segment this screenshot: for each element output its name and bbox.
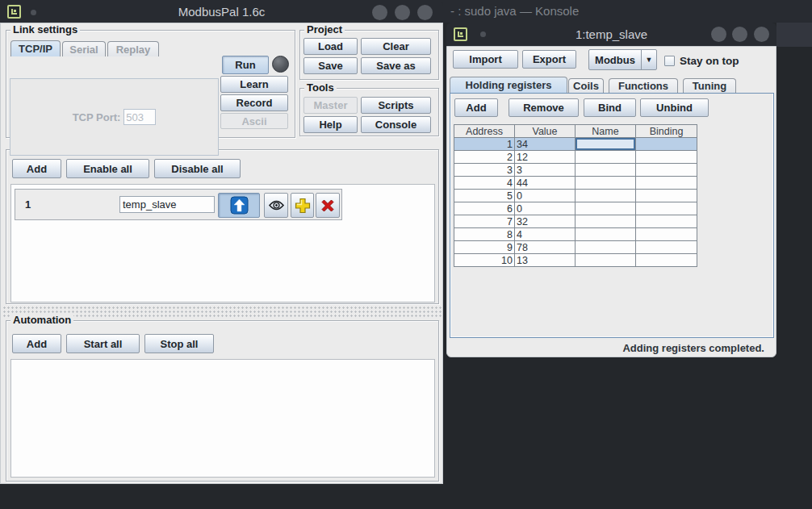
run-button[interactable]: Run <box>222 56 269 74</box>
cell-binding[interactable] <box>636 241 697 254</box>
table-row[interactable]: 1013 <box>454 254 697 267</box>
save-button[interactable]: Save <box>303 57 358 74</box>
tab-coils[interactable]: Coils <box>568 78 604 93</box>
tab-functions[interactable]: Functions <box>609 78 678 93</box>
slave-name-input[interactable] <box>119 196 215 213</box>
chevron-down-icon[interactable]: ▼ <box>641 50 656 69</box>
cell-name[interactable] <box>576 190 636 202</box>
cell-binding[interactable] <box>636 151 697 164</box>
table-row[interactable]: 212 <box>454 151 697 164</box>
window-button-maximize[interactable] <box>732 27 747 42</box>
learn-button[interactable]: Learn <box>220 76 288 93</box>
automation-add-button[interactable]: Add <box>12 334 61 353</box>
cell-value[interactable]: 0 <box>515 202 576 215</box>
protocol-select[interactable]: Modbus ▼ <box>588 49 657 70</box>
cell-binding[interactable] <box>636 164 697 177</box>
cell-name[interactable] <box>576 151 636 164</box>
cell-binding[interactable] <box>636 215 697 228</box>
cell-address[interactable]: 3 <box>454 164 515 177</box>
cell-name[interactable] <box>576 254 636 267</box>
export-button[interactable]: Export <box>522 50 576 69</box>
window-button-close[interactable] <box>754 27 769 42</box>
column-header-value[interactable]: Value <box>515 125 576 138</box>
cell-address[interactable]: 8 <box>454 228 515 241</box>
cell-name[interactable] <box>576 202 636 215</box>
window-button-minimize[interactable] <box>372 5 387 20</box>
cell-value[interactable]: 78 <box>515 241 576 254</box>
cell-address[interactable]: 5 <box>454 190 515 202</box>
cell-binding[interactable] <box>636 228 697 241</box>
cell-name[interactable] <box>576 138 636 151</box>
cell-binding[interactable] <box>636 190 697 202</box>
cell-name[interactable] <box>576 241 636 254</box>
table-row[interactable]: 444 <box>454 177 697 190</box>
cell-value[interactable]: 44 <box>515 177 576 190</box>
cell-name[interactable] <box>576 228 636 241</box>
cell-address[interactable]: 2 <box>454 151 515 164</box>
table-row[interactable]: 978 <box>454 241 697 254</box>
cell-value[interactable]: 4 <box>515 228 576 241</box>
clear-button[interactable]: Clear <box>361 38 431 55</box>
start-all-button[interactable]: Start all <box>66 334 140 353</box>
tab-tuning[interactable]: Tuning <box>683 78 736 93</box>
tab-holding-registers[interactable]: Holding registers <box>450 77 567 93</box>
cell-address[interactable]: 1 <box>454 138 515 151</box>
record-button[interactable]: Record <box>220 94 288 111</box>
register-add-button[interactable]: Add <box>454 98 498 117</box>
tab-serial[interactable]: Serial <box>62 41 106 56</box>
stay-on-top-checkbox[interactable] <box>664 56 675 66</box>
cell-address[interactable]: 6 <box>454 202 515 215</box>
master-button[interactable]: Master <box>303 97 358 114</box>
modbuspal-titlebar[interactable]: ModbusPal 1.6c <box>0 2 443 23</box>
column-header-address[interactable]: Address <box>454 125 515 138</box>
table-row[interactable]: 84 <box>454 228 697 241</box>
register-unbind-button[interactable]: Unbind <box>640 98 709 117</box>
cell-value[interactable]: 0 <box>515 190 576 202</box>
cell-value[interactable]: 12 <box>515 151 576 164</box>
table-row[interactable]: 732 <box>454 215 697 228</box>
cell-address[interactable]: 10 <box>454 254 515 267</box>
cell-name[interactable] <box>576 215 636 228</box>
cell-binding[interactable] <box>636 138 697 151</box>
cell-binding[interactable] <box>636 254 697 267</box>
cell-address[interactable]: 4 <box>454 177 515 190</box>
slave-duplicate-button[interactable] <box>291 193 314 218</box>
cell-address[interactable]: 9 <box>454 241 515 254</box>
window-button-close[interactable] <box>417 5 433 20</box>
column-header-name[interactable]: Name <box>576 125 636 138</box>
column-header-binding[interactable]: Binding <box>636 125 697 138</box>
disable-all-button[interactable]: Disable all <box>154 159 241 178</box>
save-as-button[interactable]: Save as <box>361 57 431 74</box>
tcp-port-input[interactable] <box>123 109 156 125</box>
cell-value[interactable]: 34 <box>515 138 576 151</box>
enable-all-button[interactable]: Enable all <box>66 159 149 178</box>
slaves-add-button[interactable]: Add <box>12 159 61 178</box>
table-row[interactable]: 60 <box>454 202 697 215</box>
help-button[interactable]: Help <box>303 116 358 133</box>
register-remove-button[interactable]: Remove <box>509 98 579 117</box>
table-row[interactable]: 50 <box>454 190 697 202</box>
cell-name[interactable] <box>576 164 636 177</box>
window-button-minimize[interactable] <box>711 27 726 42</box>
console-button[interactable]: Console <box>361 116 431 133</box>
slave-delete-button[interactable] <box>316 193 340 218</box>
cell-binding[interactable] <box>636 177 697 190</box>
tab-tcpip[interactable]: TCP/IP <box>10 40 61 56</box>
slave-enable-toggle-button[interactable] <box>218 193 260 218</box>
ascii-button[interactable]: Ascii <box>220 113 288 129</box>
cell-name[interactable] <box>576 177 636 190</box>
table-row[interactable]: 33 <box>454 164 697 177</box>
slave-row[interactable]: 1 <box>15 189 342 220</box>
cell-value[interactable]: 3 <box>515 164 576 177</box>
scripts-button[interactable]: Scripts <box>361 97 431 114</box>
register-bind-button[interactable]: Bind <box>584 98 636 117</box>
import-button[interactable]: Import <box>453 50 518 69</box>
cell-address[interactable]: 7 <box>454 215 515 228</box>
table-row[interactable]: 134 <box>454 138 697 151</box>
window-button-maximize[interactable] <box>395 5 410 20</box>
cell-value[interactable]: 32 <box>515 215 576 228</box>
cell-value[interactable]: 13 <box>515 254 576 267</box>
load-button[interactable]: Load <box>303 38 358 55</box>
tab-replay[interactable]: Replay <box>107 41 159 56</box>
cell-binding[interactable] <box>636 202 697 215</box>
